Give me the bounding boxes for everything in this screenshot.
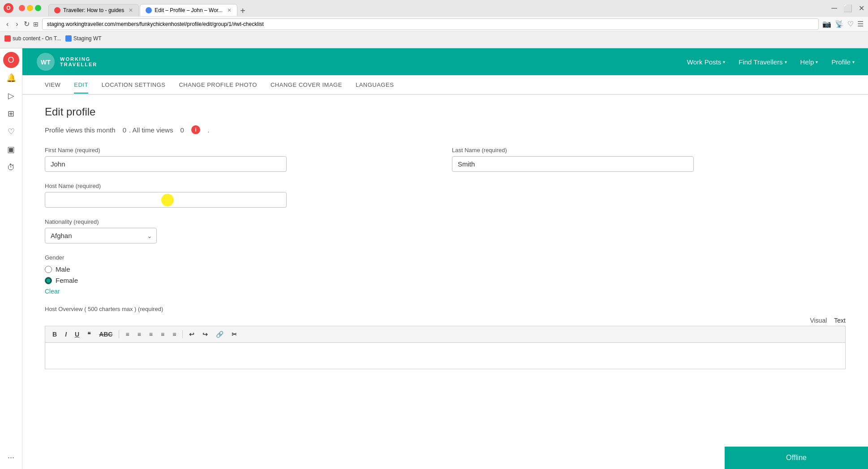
nationality-select-wrapper: Afghan Albanian Algerian American ⌄ <box>45 228 157 243</box>
logo-line1: WORKING <box>60 56 97 62</box>
toolbar-ul[interactable]: ≡ <box>123 329 132 340</box>
info-dot: i <box>191 125 200 134</box>
sub-nav: VIEW EDIT LOCATION SETTINGS CHANGE PROFI… <box>22 75 868 95</box>
gender-male-label: Male <box>56 265 70 273</box>
sidebar-icon-notifications[interactable]: 🔔 <box>3 70 19 86</box>
toolbar-align-right[interactable]: ≡ <box>170 329 179 340</box>
address-input[interactable] <box>42 18 819 30</box>
last-name-input[interactable] <box>452 156 694 172</box>
offline-bar[interactable]: Offline <box>725 447 868 469</box>
window-minimize-button[interactable] <box>27 5 33 11</box>
toolbar-link[interactable]: 🔗 <box>213 329 226 340</box>
toolbar-align-center[interactable]: ≡ <box>158 329 167 340</box>
nav-profile[interactable]: Profile ▾ <box>831 58 855 66</box>
nationality-label: Nationality (required) <box>45 218 846 225</box>
tab-traveller-guides[interactable]: Traveller: How to - guides ✕ <box>48 4 139 16</box>
bookmark-icon-2 <box>65 35 72 42</box>
bookmark-staging-wt[interactable]: Staging WT <box>65 35 102 42</box>
first-name-input[interactable] <box>45 156 287 172</box>
views-alltime-count: 0 <box>180 126 184 134</box>
grid-button[interactable]: ⊞ <box>33 21 39 28</box>
window-maximize-button[interactable] <box>35 5 41 11</box>
views-month-prefix: Profile views this month <box>45 126 116 134</box>
host-name-wrapper <box>45 192 287 208</box>
subnav-location-settings[interactable]: LOCATION SETTINGS <box>102 77 166 93</box>
logo-svg: WT <box>36 52 56 72</box>
heart-icon[interactable]: ♡ <box>847 20 854 28</box>
tab-close-2[interactable]: ✕ <box>227 7 232 13</box>
toolbar-undo[interactable]: ↩ <box>186 329 197 340</box>
gender-clear-link[interactable]: Clear <box>45 288 60 295</box>
gender-female-option[interactable]: Female <box>45 277 846 284</box>
site-logo[interactable]: WT WORKING TRAVELLER <box>36 52 97 72</box>
window-close-button[interactable] <box>19 5 25 11</box>
subnav-change-profile-photo[interactable]: CHANGE PROFILE PHOTO <box>179 77 257 93</box>
bookmark-sub-content[interactable]: sub content - On T... <box>4 35 61 42</box>
subnav-languages[interactable]: LANGUAGES <box>356 77 394 93</box>
title-bar: O Traveller: How to - guides ✕ Edit – Pr… <box>0 0 868 16</box>
tab-edit-profile[interactable]: Edit – Profile – John – Wor... ✕ <box>140 4 237 16</box>
editor-mode-text[interactable]: Text <box>834 317 846 324</box>
toolbar-ol[interactable]: ≡ <box>135 329 144 340</box>
forward-button[interactable]: › <box>14 19 20 29</box>
subnav-view[interactable]: VIEW <box>45 77 60 93</box>
camera-icon[interactable]: 📷 <box>822 20 831 28</box>
cast-icon[interactable]: 📡 <box>835 20 844 28</box>
toolbar-scissors[interactable]: ✂ <box>229 329 240 340</box>
nav-help[interactable]: Help ▾ <box>800 58 818 66</box>
gender-female-radio[interactable] <box>45 277 52 284</box>
sidebar-icon-extensions[interactable]: ▣ <box>3 141 19 158</box>
gender-section: Gender Male Female Clear <box>45 254 846 295</box>
nav-work-posts[interactable]: Work Posts ▾ <box>687 58 725 66</box>
editor-mode-visual[interactable]: Visual <box>810 317 827 324</box>
refresh-button[interactable]: ↻ <box>24 20 30 28</box>
nav-find-travellers-arrow: ▾ <box>785 60 787 64</box>
page-title: Edit profile <box>45 106 846 118</box>
left-sidebar: O 🔔 ▷ ⊞ ♡ ▣ ⏱ ··· <box>0 48 22 469</box>
bookmark-label-1: sub content - On T... <box>13 35 61 42</box>
host-name-input[interactable] <box>45 192 287 208</box>
sidebar-icon-history[interactable]: ⏱ <box>3 159 19 175</box>
new-tab-button[interactable]: + <box>237 6 248 16</box>
toolbar-italic[interactable]: I <box>62 329 69 340</box>
toolbar-bold[interactable]: B <box>50 329 60 340</box>
nav-find-travellers-label: Find Travellers <box>739 58 782 66</box>
toolbar-align-left[interactable]: ≡ <box>146 329 155 340</box>
sidebar-more[interactable]: ··· <box>3 449 19 465</box>
sidebar-icon-apps[interactable]: ⊞ <box>3 106 19 122</box>
offline-label: Offline <box>786 454 807 462</box>
tab-favicon-2 <box>146 7 152 13</box>
host-overview-group: Host Overview ( 500 charters max ) (requ… <box>45 306 846 369</box>
profile-views: Profile views this month 0 . All time vi… <box>45 125 846 134</box>
last-name-label: Last Name (required) <box>452 147 846 153</box>
nationality-select[interactable]: Afghan Albanian Algerian American <box>45 228 157 243</box>
restore-icon[interactable]: ⬜ <box>843 4 852 13</box>
sidebar-icon-feed[interactable]: ▷ <box>3 88 19 104</box>
views-suffix: . <box>207 126 209 134</box>
minimize-icon[interactable]: ─ <box>831 4 837 13</box>
tab-label-2: Edit – Profile – John – Wor... <box>155 7 223 13</box>
editor-area[interactable] <box>45 342 846 369</box>
last-name-group: Last Name (required) <box>452 147 846 172</box>
toolbar-underline[interactable]: U <box>72 329 82 340</box>
nav-find-travellers[interactable]: Find Travellers ▾ <box>739 58 786 66</box>
settings-icon[interactable]: ☰ <box>857 20 864 28</box>
tab-bar: Traveller: How to - guides ✕ Edit – Prof… <box>45 0 828 16</box>
toolbar-strikethrough[interactable]: ABC <box>96 329 115 340</box>
svg-text:WT: WT <box>41 59 51 66</box>
opera-logo-icon: O <box>4 3 13 13</box>
tab-close-1[interactable]: ✕ <box>129 7 133 13</box>
sidebar-icon-opera[interactable]: O <box>3 52 19 68</box>
nav-profile-label: Profile <box>831 58 851 66</box>
sidebar-icon-bookmarks[interactable]: ♡ <box>3 124 19 140</box>
subnav-edit[interactable]: EDIT <box>74 77 88 94</box>
address-bar: ‹ › ↻ ⊞ 📷 📡 ♡ ☰ <box>0 16 868 31</box>
back-button[interactable]: ‹ <box>4 19 10 29</box>
logo-line2: TRAVELLER <box>60 62 97 67</box>
gender-male-option[interactable]: Male <box>45 265 846 273</box>
gender-male-radio[interactable] <box>45 266 52 273</box>
toolbar-redo[interactable]: ↪ <box>200 329 211 340</box>
subnav-change-cover-image[interactable]: CHANGE COVER IMAGE <box>271 77 342 93</box>
close-icon[interactable]: ✕ <box>859 4 864 13</box>
toolbar-blockquote[interactable]: ❝ <box>85 329 94 340</box>
